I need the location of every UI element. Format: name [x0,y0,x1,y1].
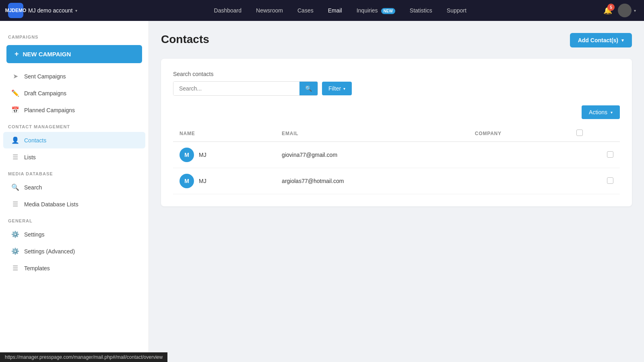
search-input-wrap: 🔍 [173,81,318,96]
user-menu-chevron-icon: ▾ [634,8,636,13]
sidebar-item-settings[interactable]: ⚙️ Settings [3,226,145,243]
media-database-label: MEDIA DATABASE [0,166,149,179]
user-menu[interactable]: ▾ [618,4,636,17]
search-submit-icon: 🔍 [305,85,312,92]
search-icon: 🔍 [11,183,19,191]
th-checkbox [570,125,620,142]
contact-email: giovina77@gmail.com [275,142,469,168]
sidebar-item-media-database-lists[interactable]: ☰ Media Database Lists [3,196,145,212]
calendar-icon: 📅 [11,106,19,114]
contact-avatar: M [180,148,194,162]
contact-management-label: CONTACT MANAGEMENT [0,119,149,132]
media-list-icon: ☰ [11,200,19,208]
nav-email[interactable]: Email [322,5,348,16]
contact-checkbox[interactable] [607,151,613,158]
top-navigation: MJDEMO MJ demo account ▾ Dashboard Newsr… [0,0,644,21]
contacts-label: Contacts [24,137,46,144]
contact-name: MJ [199,178,206,184]
th-email: EMAIL [275,125,469,142]
nav-inquiries[interactable]: Inquiries NEW [351,5,401,16]
search-row: 🔍 Filter ▾ [173,81,620,96]
contacts-table: NAME EMAIL COMPANY M MJ giovina77@gmail.… [173,125,620,194]
select-all-checkbox[interactable] [576,130,583,136]
search-input[interactable] [173,82,299,95]
contact-checkbox-cell [570,168,620,194]
sidebar-item-search[interactable]: 🔍 Search [3,179,145,195]
contact-name-cell: M MJ [173,142,275,168]
actions-button[interactable]: Actions ▾ [582,105,620,119]
general-section-label: GENERAL [0,213,149,226]
inquiries-badge: NEW [381,8,395,14]
new-campaign-button[interactable]: + NEW CAMPAIGN [6,45,142,63]
contact-company [469,142,570,168]
media-database-lists-label: Media Database Lists [24,201,78,208]
main-content: Contacts Add Contact(s) ▾ Search contact… [149,21,644,362]
campaigns-section-label: CAMPAIGNS [0,29,149,42]
plus-icon: + [14,50,19,58]
nav-support[interactable]: Support [441,5,472,16]
filter-button[interactable]: Filter ▾ [322,82,352,95]
draft-icon: ✏️ [11,89,19,97]
lists-label: Lists [24,154,36,160]
table-row[interactable]: M MJ argiolas77@hotmail.com [173,168,620,194]
list-icon: ☰ [11,153,19,161]
actions-row: Actions ▾ [173,105,620,119]
contacts-tbody: M MJ giovina77@gmail.com M MJ argiolas77… [173,142,620,194]
actions-label: Actions [589,109,607,115]
table-row[interactable]: M MJ giovina77@gmail.com [173,142,620,168]
sidebar: CAMPAIGNS + NEW CAMPAIGN ➤ Sent Campaign… [0,21,149,362]
sidebar-item-settings-advanced[interactable]: ⚙️ Settings (Advanced) [3,243,145,259]
nav-statistics[interactable]: Statistics [404,5,438,16]
status-bar: https://manager.presspage.com/manager/ma… [0,352,167,362]
account-name-label: MJ demo account [28,7,73,14]
templates-icon: ☰ [11,264,19,272]
sidebar-item-contacts[interactable]: 👤 Contacts [3,132,145,148]
planned-campaigns-label: Planned Campaigns [24,107,75,113]
search-button[interactable]: 🔍 [299,82,318,95]
contact-checkbox[interactable] [607,177,613,184]
contact-email: argiolas77@hotmail.com [275,168,469,194]
contact-name-cell: M MJ [173,168,275,194]
sidebar-item-templates[interactable]: ☰ Templates [3,260,145,276]
settings-advanced-icon: ⚙️ [11,247,19,255]
app-logo: MJDEMO [8,3,23,18]
new-campaign-label: NEW CAMPAIGN [23,51,71,58]
contact-name: MJ [199,152,206,158]
app-layout: CAMPAIGNS + NEW CAMPAIGN ➤ Sent Campaign… [0,21,644,362]
nav-cases[interactable]: Cases [292,5,319,16]
sidebar-item-planned-campaigns[interactable]: 📅 Planned Campaigns [3,102,145,118]
nav-newsroom[interactable]: Newsroom [250,5,289,16]
search-contacts-label: Search contacts [173,71,620,77]
contact-checkbox-cell [570,142,620,168]
sent-campaigns-label: Sent Campaigns [24,73,66,80]
th-name: NAME [173,125,275,142]
search-section: Search contacts 🔍 Filter ▾ [173,71,620,96]
page-title: Contacts [161,33,209,46]
search-label: Search [24,184,42,191]
draft-campaigns-label: Draft Campaigns [24,90,66,97]
nav-dashboard[interactable]: Dashboard [208,5,248,16]
account-switcher[interactable]: MJ demo account ▾ [28,7,77,14]
sidebar-item-sent-campaigns[interactable]: ➤ Sent Campaigns [3,68,145,84]
add-contact-label: Add Contact(s) [578,37,618,43]
contact-company [469,168,570,194]
contacts-icon: 👤 [11,136,19,144]
contacts-card: Search contacts 🔍 Filter ▾ [161,59,632,206]
notification-count: 5 [607,4,615,11]
filter-label: Filter [328,85,341,92]
contact-avatar: M [180,174,194,188]
notification-bell[interactable]: 🔔 5 [603,6,612,15]
table-header: NAME EMAIL COMPANY [173,125,620,142]
add-contact-button[interactable]: Add Contact(s) ▾ [570,33,632,47]
templates-label: Templates [24,265,50,272]
avatar [618,4,632,17]
th-company: COMPANY [469,125,570,142]
settings-icon: ⚙️ [11,230,19,238]
filter-chevron-icon: ▾ [343,86,345,91]
account-chevron-icon: ▾ [75,8,77,13]
sidebar-item-lists[interactable]: ☰ Lists [3,149,145,165]
add-contact-chevron-icon: ▾ [621,38,624,43]
nav-inquiries-label: Inquiries [357,7,378,14]
sidebar-item-draft-campaigns[interactable]: ✏️ Draft Campaigns [3,85,145,101]
settings-label: Settings [24,231,45,238]
